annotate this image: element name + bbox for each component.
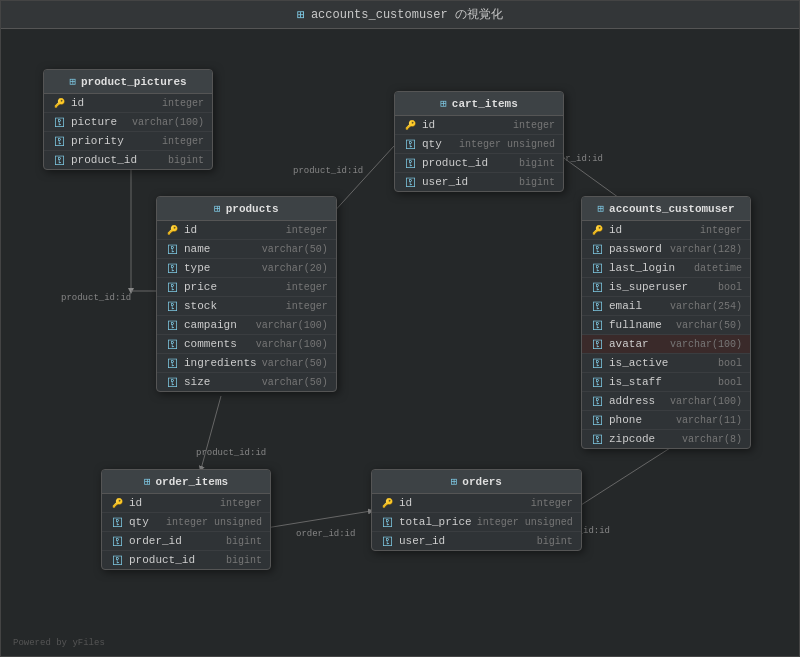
fk-icon: ⚿	[165, 356, 179, 370]
pk-icon: 🔑	[52, 96, 66, 110]
conn-label-pp-prod: product_id:id	[61, 293, 131, 303]
fk-icon: ⚿	[403, 137, 417, 151]
conn-label-oi-orders: order_id:id	[296, 529, 355, 539]
title-text: accounts_customuser の視覚化	[311, 6, 503, 23]
fk-icon: ⚿	[590, 242, 604, 256]
table-row-avatar: ⚿ avatar varchar(100)	[582, 335, 750, 354]
table-row: ⚿ product_id bigint	[102, 551, 270, 569]
pk-icon: 🔑	[165, 223, 179, 237]
table-row: ⚿ stock integer	[157, 297, 336, 316]
fk-icon: ⚿	[403, 175, 417, 189]
table-header-accounts-customuser: ⊞ accounts_customuser	[582, 197, 750, 221]
table-row: ⚿ ingredients varchar(50)	[157, 354, 336, 373]
svg-line-4	[201, 396, 221, 469]
table-orders: ⊞ orders 🔑 id integer ⚿ total_price inte…	[371, 469, 582, 551]
table-row: ⚿ picture varchar(100)	[44, 113, 212, 132]
fk-icon: ⚿	[165, 261, 179, 275]
table-header-product-pictures: ⊞ product_pictures	[44, 70, 212, 94]
table-row: ⚿ phone varchar(11)	[582, 411, 750, 430]
fk-icon: ⚿	[380, 515, 394, 529]
fk-icon: ⚿	[110, 534, 124, 548]
table-row: ⚿ address varchar(100)	[582, 392, 750, 411]
table-header-cart-items: ⊞ cart_items	[395, 92, 563, 116]
table-header-order-items: ⊞ order_items	[102, 470, 270, 494]
fk-icon: ⚿	[52, 115, 66, 129]
fk-icon: ⚿	[165, 337, 179, 351]
table-accounts-customuser: ⊞ accounts_customuser 🔑 id integer ⚿ pas…	[581, 196, 751, 449]
fk-icon: ⚿	[590, 356, 604, 370]
table-row: ⚿ size varchar(50)	[157, 373, 336, 391]
table-row: ⚿ user_id bigint	[372, 532, 581, 550]
table-order-items: ⊞ order_items 🔑 id integer ⚿ qty integer…	[101, 469, 271, 570]
fk-icon: ⚿	[590, 261, 604, 275]
fk-icon: ⚿	[590, 394, 604, 408]
table-row: ⚿ qty integer unsigned	[102, 513, 270, 532]
fk-icon: ⚿	[165, 318, 179, 332]
table-row: ⚿ is_active bool	[582, 354, 750, 373]
diagram-canvas: ⊞ accounts_customuser の視覚化 product_id:id…	[0, 0, 800, 657]
table-row: ⚿ user_id bigint	[395, 173, 563, 191]
conn-label-cart-prod: product_id:id	[293, 166, 363, 176]
powered-by: Powered by yFiles	[13, 638, 105, 648]
fk-icon: ⚿	[590, 299, 604, 313]
table-row: ⚿ product_id bigint	[44, 151, 212, 169]
table-row: 🔑 id integer	[395, 116, 563, 135]
fk-icon: ⚿	[165, 280, 179, 294]
table-row: ⚿ priority integer	[44, 132, 212, 151]
fk-icon: ⚿	[110, 553, 124, 567]
fk-icon: ⚿	[590, 337, 604, 351]
table-cart-items: ⊞ cart_items 🔑 id integer ⚿ qty integer …	[394, 91, 564, 192]
title-bar: ⊞ accounts_customuser の視覚化	[1, 1, 799, 29]
table-row: ⚿ is_superuser bool	[582, 278, 750, 297]
table-row: 🔑 id integer	[372, 494, 581, 513]
fk-icon: ⚿	[165, 242, 179, 256]
pk-icon: 🔑	[403, 118, 417, 132]
table-row: ⚿ fullname varchar(50)	[582, 316, 750, 335]
table-row: ⚿ email varchar(254)	[582, 297, 750, 316]
table-row: ⚿ password varchar(128)	[582, 240, 750, 259]
table-row: ⚿ qty integer unsigned	[395, 135, 563, 154]
table-row: 🔑 id integer	[582, 221, 750, 240]
table-product-pictures: ⊞ product_pictures 🔑 id integer ⚿ pictur…	[43, 69, 213, 170]
table-row: ⚿ name varchar(50)	[157, 240, 336, 259]
table-row: 🔑 id integer	[102, 494, 270, 513]
fk-icon: ⚿	[590, 413, 604, 427]
fk-icon: ⚿	[590, 375, 604, 389]
table-header-orders: ⊞ orders	[372, 470, 581, 494]
pk-icon: 🔑	[590, 223, 604, 237]
fk-icon: ⚿	[165, 299, 179, 313]
table-row: ⚿ type varchar(20)	[157, 259, 336, 278]
table-row: 🔑 id integer	[44, 94, 212, 113]
svg-line-5	[266, 511, 371, 528]
fk-icon: ⚿	[403, 156, 417, 170]
fk-icon: ⚿	[52, 134, 66, 148]
fk-icon: ⚿	[165, 375, 179, 389]
title-icon: ⊞	[297, 7, 305, 23]
table-row: ⚿ comments varchar(100)	[157, 335, 336, 354]
fk-icon: ⚿	[110, 515, 124, 529]
fk-icon: ⚿	[380, 534, 394, 548]
fk-icon: ⚿	[52, 153, 66, 167]
conn-label-prod-oi: product_id:id	[196, 448, 266, 458]
table-row: ⚿ order_id bigint	[102, 532, 270, 551]
table-row: ⚿ campaign varchar(100)	[157, 316, 336, 335]
table-row: ⚿ total_price integer unsigned	[372, 513, 581, 532]
fk-icon: ⚿	[590, 318, 604, 332]
table-row: 🔑 id integer	[157, 221, 336, 240]
fk-icon: ⚿	[590, 432, 604, 446]
table-row: ⚿ zipcode varchar(8)	[582, 430, 750, 448]
pk-icon: 🔑	[380, 496, 394, 510]
table-row: ⚿ product_id bigint	[395, 154, 563, 173]
table-row: ⚿ price integer	[157, 278, 336, 297]
table-header-products: ⊞ products	[157, 197, 336, 221]
table-row: ⚿ is_staff bool	[582, 373, 750, 392]
table-products: ⊞ products 🔑 id integer ⚿ name varchar(5…	[156, 196, 337, 392]
table-row: ⚿ last_login datetime	[582, 259, 750, 278]
pk-icon: 🔑	[110, 496, 124, 510]
fk-icon: ⚿	[590, 280, 604, 294]
